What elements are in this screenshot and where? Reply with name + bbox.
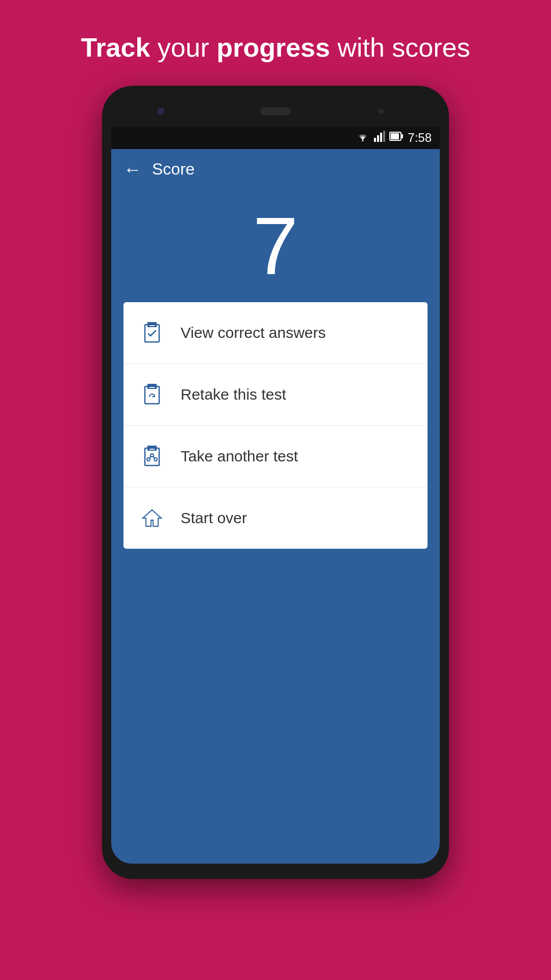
status-icons: 7:58 <box>356 131 432 145</box>
phone-hardware-top <box>111 96 440 127</box>
headline-suffix: with scores <box>330 33 470 62</box>
svg-point-0 <box>362 140 364 141</box>
svg-rect-2 <box>377 135 379 142</box>
svg-rect-9 <box>145 386 159 404</box>
score-display: 7 <box>111 190 440 302</box>
svg-rect-4 <box>383 131 385 142</box>
menu-card: View correct answers Retake this test <box>123 302 428 549</box>
sensor-dot <box>379 109 384 114</box>
signal-icon <box>374 131 385 145</box>
retake-test-label: Retake this test <box>181 386 286 403</box>
app-bar-title: Score <box>152 160 195 179</box>
home-icon <box>138 504 166 532</box>
headline-middle: your <box>150 33 216 62</box>
svg-point-13 <box>154 458 157 461</box>
svg-point-11 <box>151 454 154 457</box>
view-correct-answers-label: View correct answers <box>181 324 326 341</box>
app-bar: ← Score <box>111 149 440 190</box>
svg-line-14 <box>149 456 151 458</box>
start-over-label: Start over <box>181 509 247 527</box>
clipboard-refresh-icon <box>138 380 166 409</box>
headline-progress: progress <box>216 33 330 62</box>
svg-point-12 <box>147 458 150 461</box>
wifi-icon <box>356 131 370 145</box>
svg-rect-6 <box>401 134 403 138</box>
speaker-grille <box>260 107 291 115</box>
menu-item-view-correct-answers[interactable]: View correct answers <box>123 302 428 364</box>
menu-item-take-another-test[interactable]: Take another test <box>123 426 428 487</box>
back-button[interactable]: ← <box>123 160 142 179</box>
front-camera <box>157 108 164 115</box>
take-another-test-label: Take another test <box>181 448 298 465</box>
headline-text: Track your progress with scores <box>81 31 470 65</box>
score-number: 7 <box>253 205 298 287</box>
status-bar: 7:58 <box>111 127 440 149</box>
svg-rect-1 <box>374 138 376 142</box>
clipboard-check-icon <box>138 318 166 347</box>
svg-rect-3 <box>380 133 382 142</box>
clipboard-share-icon <box>138 442 166 471</box>
menu-item-start-over[interactable]: Start over <box>123 487 428 549</box>
menu-item-retake-test[interactable]: Retake this test <box>123 364 428 426</box>
app-screen: ← Score 7 View correct answers <box>111 149 440 864</box>
svg-rect-8 <box>145 325 159 342</box>
svg-rect-7 <box>391 133 399 139</box>
headline-track: Track <box>81 33 150 62</box>
battery-icon <box>389 131 404 145</box>
svg-line-15 <box>154 456 155 458</box>
phone-shell: 7:58 ← Score 7 <box>102 86 449 879</box>
status-time: 7:58 <box>408 131 432 145</box>
